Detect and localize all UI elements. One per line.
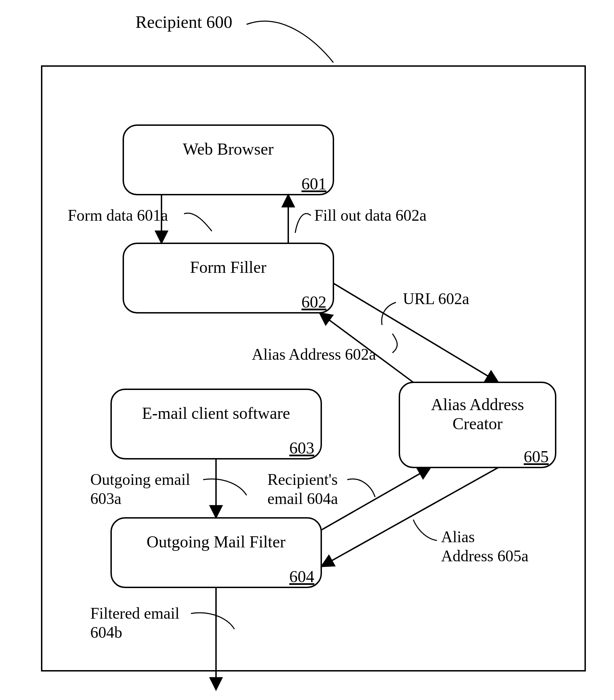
svg-text:Recipient's: Recipient's xyxy=(267,471,338,488)
svg-text:Filtered email: Filtered email xyxy=(90,604,180,622)
svg-text:Form Filler: Form Filler xyxy=(190,258,266,276)
label-alias-to-filler: Alias Address 602a xyxy=(252,345,376,363)
box-form-filler: Form Filler 602 xyxy=(123,243,333,313)
box-mail-filter: Outgoing Mail Filter 604 xyxy=(111,518,321,587)
title-text: Recipient 600 xyxy=(135,12,232,32)
box-web-browser: Web Browser 601 xyxy=(123,125,333,195)
svg-text:Web Browser: Web Browser xyxy=(183,140,273,158)
leader-alias-to-filter xyxy=(413,520,437,540)
label-filtered: Filtered email 604b xyxy=(90,604,180,641)
leader-alias-to-filler xyxy=(392,334,397,353)
leader-filtered xyxy=(191,613,234,629)
label-form-data: Form data 601a xyxy=(68,206,168,224)
svg-text:604b: 604b xyxy=(90,624,122,641)
label-recipient-email: Recipient's email 604a xyxy=(267,471,338,507)
title-leader xyxy=(247,21,333,63)
label-alias-to-filter: Alias Address 605a xyxy=(441,528,529,565)
svg-text:Creator: Creator xyxy=(453,414,503,433)
svg-text:E-mail client software: E-mail client software xyxy=(142,404,290,422)
label-fill-out: Fill out data 602a xyxy=(314,206,426,224)
svg-text:Alias Address: Alias Address xyxy=(431,395,524,414)
leader-form-data xyxy=(184,213,212,231)
box-alias-creator: Alias Address Creator 605 xyxy=(399,382,556,467)
svg-text:Outgoing email: Outgoing email xyxy=(90,471,190,488)
svg-text:email 604a: email 604a xyxy=(267,490,338,507)
svg-text:603: 603 xyxy=(289,439,314,457)
leader-fill-out xyxy=(295,214,311,233)
box-email-client: E-mail client software 603 xyxy=(111,389,321,459)
svg-text:605: 605 xyxy=(524,447,549,466)
svg-text:604: 604 xyxy=(289,567,314,586)
label-url: URL 602a xyxy=(403,290,469,308)
svg-text:602: 602 xyxy=(301,293,326,311)
label-outgoing: Outgoing email 603a xyxy=(90,471,190,507)
svg-text:Outgoing Mail Filter: Outgoing Mail Filter xyxy=(147,532,285,551)
leader-outgoing xyxy=(203,479,247,495)
svg-text:Address 605a: Address 605a xyxy=(441,547,529,565)
svg-text:603a: 603a xyxy=(90,490,121,507)
leader-recipient-email xyxy=(347,479,375,497)
svg-text:Alias: Alias xyxy=(441,528,475,546)
svg-text:601: 601 xyxy=(301,174,326,193)
